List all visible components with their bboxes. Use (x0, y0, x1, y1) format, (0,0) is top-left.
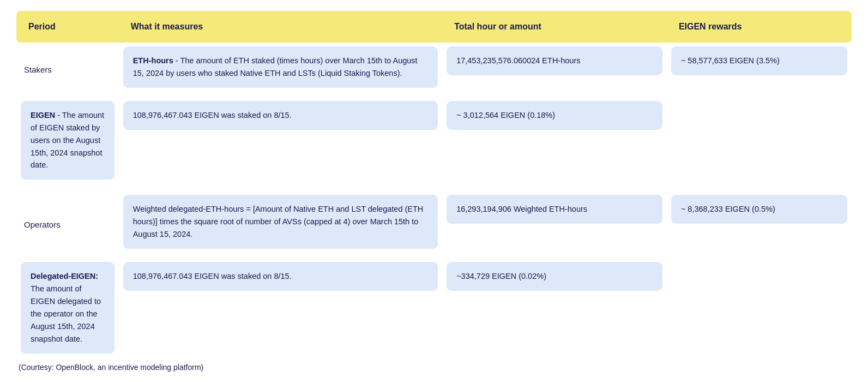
table-row: EIGEN - The amount of EIGEN staked by us… (16, 97, 852, 184)
header-what-it-measures: What it measures (119, 11, 442, 43)
total-cell: 108,976,467.043 EIGEN was staked on 8/15… (119, 97, 442, 184)
measure-cell: Weighted delegated-ETH-hours = [Amount o… (119, 191, 442, 253)
header-period: Period (16, 11, 119, 43)
total-cell: 17,453,235,576.060024 ETH-hours (442, 43, 667, 92)
eigen-reward-cell: ~ 8,368,233 EIGEN (0.5%) (667, 191, 852, 253)
header-row: Period What it measures Total hour or am… (16, 11, 852, 43)
period-stakers: Stakers (16, 43, 119, 97)
eigen-reward-cell: ~ 58,577,633 EIGEN (3.5%) (667, 43, 852, 92)
period-operators: Operators (16, 191, 119, 258)
measure-cell: Delegated-EIGEN: The amount of EIGEN del… (16, 258, 119, 357)
row-spacer (16, 92, 852, 97)
courtesy-note: (Courtesy: OpenBlock, an incentive model… (16, 363, 852, 372)
eigen-reward-cell: ~334,729 EIGEN (0.02%) (442, 258, 667, 357)
table-row: OperatorsWeighted delegated-ETH-hours = … (16, 191, 852, 253)
header-total: Total hour or amount (442, 11, 667, 43)
table-container: Period What it measures Total hour or am… (16, 11, 852, 372)
header-eigen-rewards: EIGEN rewards (667, 11, 852, 43)
total-cell: 108,976,467.043 EIGEN was staked on 8/15… (119, 258, 442, 357)
total-cell: 16,293,194,906 Weighted ETH-hours (442, 191, 667, 253)
table-row: StakersETH-hours - The amount of ETH sta… (16, 43, 852, 92)
measure-cell: ETH-hours - The amount of ETH staked (ti… (119, 43, 442, 92)
table-row: Delegated-EIGEN: The amount of EIGEN del… (16, 258, 852, 357)
eigen-reward-cell: ~ 3,012,564 EIGEN (0.18%) (442, 97, 667, 184)
measure-cell: EIGEN - The amount of EIGEN staked by us… (16, 97, 119, 184)
main-table: Period What it measures Total hour or am… (16, 11, 852, 357)
row-spacer (16, 253, 852, 258)
